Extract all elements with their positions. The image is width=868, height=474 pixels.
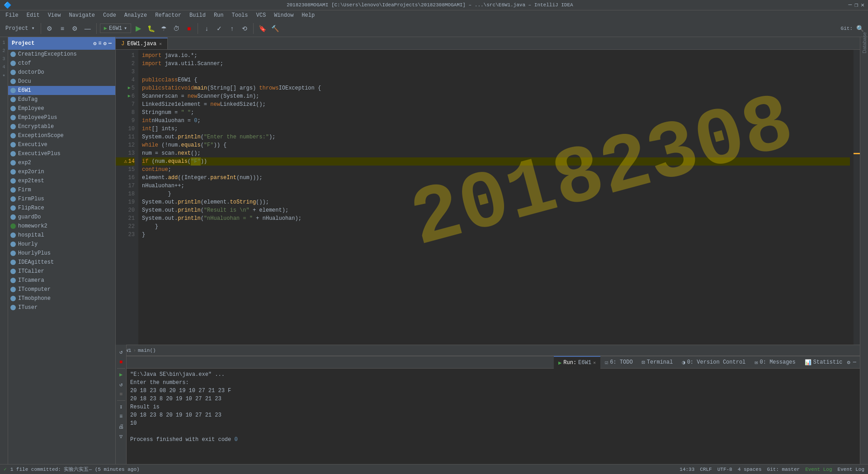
vcs-history-btn[interactable]: ⟲ (239, 23, 250, 34)
tree-item-hospital[interactable]: hospital (8, 231, 115, 240)
coverage-button[interactable]: ☂ (158, 23, 169, 34)
git-branch[interactable]: Git: master (767, 467, 800, 472)
tree-item-firmplus[interactable]: FirmPlus (8, 194, 115, 204)
tree-item-itcaller[interactable]: ITCaller (8, 267, 115, 276)
vcs-update-btn[interactable]: ↓ (201, 23, 212, 34)
menu-navigate[interactable]: Navigate (65, 11, 99, 19)
sidebar-icon-1[interactable]: 1 (0, 39, 8, 46)
toolbar-collapse-btn[interactable]: — (82, 23, 93, 34)
sidebar-icon-4[interactable]: 4 (0, 63, 8, 71)
menu-tools[interactable]: Tools (228, 11, 252, 19)
tree-item-encryptable[interactable]: Encryptable (8, 122, 115, 131)
run-panel-settings-icon[interactable]: ⚙ (847, 359, 850, 366)
tree-item-hourly[interactable]: Hourly (8, 240, 115, 249)
run-rerun-btn[interactable]: ↺ (117, 348, 125, 356)
tree-item-executive[interactable]: Executive (8, 140, 115, 149)
tab-e6w1[interactable]: J E6W1.java ✕ (116, 38, 168, 49)
run-rerun-btn-2[interactable]: ↺ (117, 380, 125, 389)
toolbar-config-btn[interactable]: ⚙ (70, 23, 80, 34)
charset[interactable]: UTF-8 (717, 467, 732, 472)
tree-item-docu[interactable]: Docu (8, 77, 115, 86)
indent-size[interactable]: 4 spaces (738, 467, 762, 472)
code-editor[interactable]: 20182308 import java.io.*; import java.u… (138, 50, 854, 345)
project-dropdown[interactable]: Project ▾ (3, 24, 38, 33)
stop-button[interactable]: ■ (184, 23, 194, 34)
vcs-push-btn[interactable]: ↑ (226, 23, 237, 34)
window-controls[interactable]: — ❐ ✕ (849, 1, 864, 9)
tree-item-executiveplus[interactable]: ExecutivePlus (8, 149, 115, 158)
bookmark-btn[interactable]: 🔖 (257, 23, 268, 34)
event-log-link[interactable]: Event Log (805, 467, 832, 472)
bottom-tab-version-control[interactable]: ◑ 0: Version Control (677, 356, 750, 369)
tree-item-exp2orin[interactable]: exp2orin (8, 167, 115, 176)
run-stop-btn[interactable]: ■ (117, 358, 125, 366)
tree-item-employee[interactable]: Employee (8, 104, 115, 113)
tree-item-ituser[interactable]: ITuser (8, 303, 115, 312)
tree-item-exceptionscope[interactable]: ExceptionScope (8, 131, 115, 140)
tree-item-ideagittest[interactable]: IDEAgittest (8, 258, 115, 267)
sidebar-icon-3[interactable]: 3 (0, 55, 8, 62)
tree-item-exp2[interactable]: exp2 (8, 158, 115, 167)
tree-item-exp2test[interactable]: exp2test (8, 176, 115, 185)
run-stop-btn-2[interactable]: ■ (117, 390, 125, 398)
bottom-tab-messages[interactable]: ✉ 0: Messages (750, 356, 800, 369)
menu-refactor[interactable]: Refactor (151, 11, 185, 19)
sidebar-icon-5[interactable]: ★ (0, 71, 8, 79)
run-button[interactable]: ▶ (133, 23, 144, 34)
project-sort-icon[interactable]: ≡ (98, 40, 101, 47)
bottom-tab-statistic[interactable]: 📊 Statistic (800, 356, 847, 369)
maximize-button[interactable]: ❐ (854, 1, 858, 9)
run-autoscroll-btn[interactable]: ↧ (117, 403, 125, 411)
line-separator[interactable]: CRLF (700, 467, 712, 472)
menu-help[interactable]: Help (298, 11, 318, 19)
run-gutter-icon-2[interactable]: ▶ (128, 92, 131, 100)
run-filter-btn[interactable]: ▽ (117, 432, 125, 441)
menu-code[interactable]: Code (99, 11, 120, 19)
sidebar-icon-2[interactable]: 2 (0, 47, 8, 54)
database-panel-icon[interactable]: Database (861, 39, 868, 46)
build-btn[interactable]: 🔨 (269, 23, 280, 34)
menu-view[interactable]: View (44, 11, 65, 19)
run-panel-close-icon[interactable]: — (853, 359, 856, 365)
tree-item-employeeplus[interactable]: EmployeePlus (8, 113, 115, 122)
project-gear-icon[interactable]: ⚙ (104, 40, 107, 47)
tree-item-firm[interactable]: Firm (8, 185, 115, 194)
tree-item-creating-exceptions[interactable]: CreatingExceptions (8, 50, 115, 59)
run-tab-close-icon[interactable]: ✕ (593, 360, 596, 365)
tree-item-edutag[interactable]: EduTag (8, 95, 115, 104)
tree-item-e6w1[interactable]: E6W1 (8, 86, 115, 95)
bottom-tab-todo[interactable]: ☑ 6: TODO (600, 356, 637, 369)
menu-run[interactable]: Run (210, 11, 227, 19)
menu-vcs[interactable]: VCS (253, 11, 270, 19)
tree-item-itcomputer[interactable]: ITcomputer (8, 285, 115, 294)
project-settings-icon[interactable]: ⚙ (93, 40, 96, 47)
cursor-position[interactable]: 14:33 (679, 467, 694, 472)
vcs-commit-btn[interactable]: ✓ (214, 23, 225, 34)
menu-build[interactable]: Build (186, 11, 209, 19)
tree-item-guarddo[interactable]: guardDo (8, 213, 115, 222)
bottom-tab-run[interactable]: ▶ Run: E6W1 ✕ (554, 356, 600, 369)
run-gutter-icon[interactable]: ▶ (128, 84, 131, 92)
toolbar-settings-btn[interactable]: ⚙ (44, 23, 55, 34)
run-config-dropdown[interactable]: ▶ E6W1 ▾ (100, 24, 131, 33)
toolbar-sort-btn[interactable]: ≡ (57, 23, 68, 34)
tree-item-ctof[interactable]: ctof (8, 59, 115, 68)
menu-edit[interactable]: Edit (23, 11, 43, 19)
tree-item-hourlyplus[interactable]: HourlyPlus (8, 249, 115, 258)
run-print-btn-2[interactable]: 🖨 (117, 422, 125, 431)
tab-close-e6w1[interactable]: ✕ (159, 41, 162, 47)
vcs-commit-status[interactable]: ✓ (4, 466, 7, 472)
event-log-label[interactable]: Event Log (838, 467, 864, 472)
run-softrap-btn[interactable]: ≡ (117, 412, 125, 421)
debug-button[interactable]: 🐛 (146, 23, 156, 34)
tree-item-fliprace[interactable]: FlipRace (8, 204, 115, 213)
tree-item-itmobphone[interactable]: ITmobphone (8, 294, 115, 303)
profile-button[interactable]: ⏱ (171, 23, 182, 34)
tree-item-homework2[interactable]: homework2 (8, 222, 115, 231)
bottom-tab-terminal[interactable]: ⊡ Terminal (637, 356, 678, 369)
menu-window[interactable]: Window (270, 11, 297, 19)
menu-file[interactable]: File (2, 11, 22, 19)
close-button[interactable]: ✕ (861, 1, 864, 9)
menu-analyze[interactable]: Analyze (121, 11, 151, 19)
tree-item-itcamera[interactable]: ITcamera (8, 276, 115, 285)
